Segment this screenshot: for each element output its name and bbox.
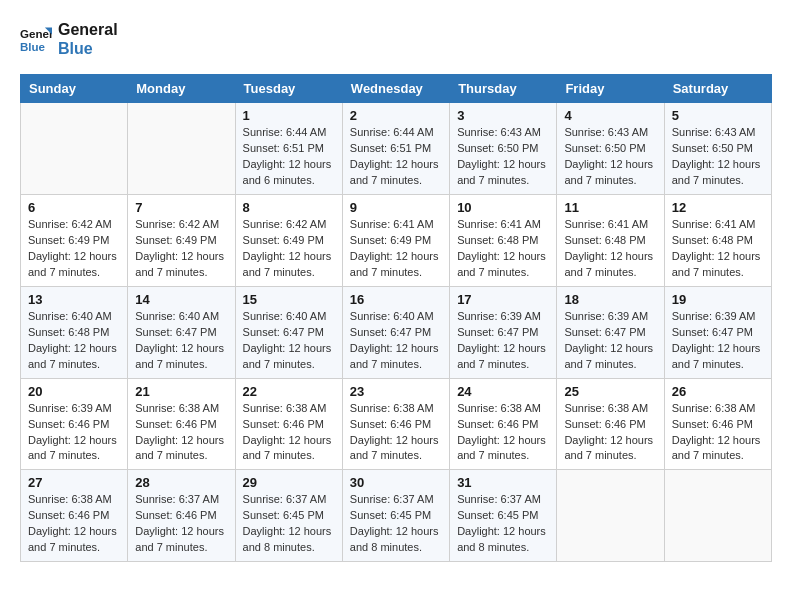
weekday-header-row: SundayMondayTuesdayWednesdayThursdayFrid… <box>21 75 772 103</box>
calendar-cell <box>128 103 235 195</box>
logo-icon: General Blue <box>20 25 52 53</box>
calendar-cell <box>664 470 771 562</box>
calendar-table: SundayMondayTuesdayWednesdayThursdayFrid… <box>20 74 772 562</box>
day-number: 23 <box>350 384 442 399</box>
day-info: Sunrise: 6:42 AM Sunset: 6:49 PM Dayligh… <box>28 217 120 281</box>
page-header: General Blue General Blue <box>20 20 772 58</box>
day-info: Sunrise: 6:44 AM Sunset: 6:51 PM Dayligh… <box>243 125 335 189</box>
day-info: Sunrise: 6:39 AM Sunset: 6:47 PM Dayligh… <box>672 309 764 373</box>
calendar-cell: 8Sunrise: 6:42 AM Sunset: 6:49 PM Daylig… <box>235 195 342 287</box>
day-number: 19 <box>672 292 764 307</box>
day-number: 14 <box>135 292 227 307</box>
calendar-cell: 31Sunrise: 6:37 AM Sunset: 6:45 PM Dayli… <box>450 470 557 562</box>
day-number: 29 <box>243 475 335 490</box>
day-info: Sunrise: 6:38 AM Sunset: 6:46 PM Dayligh… <box>135 401 227 465</box>
day-number: 25 <box>564 384 656 399</box>
day-number: 1 <box>243 108 335 123</box>
calendar-week-row: 27Sunrise: 6:38 AM Sunset: 6:46 PM Dayli… <box>21 470 772 562</box>
day-info: Sunrise: 6:41 AM Sunset: 6:48 PM Dayligh… <box>564 217 656 281</box>
calendar-cell: 29Sunrise: 6:37 AM Sunset: 6:45 PM Dayli… <box>235 470 342 562</box>
day-info: Sunrise: 6:41 AM Sunset: 6:49 PM Dayligh… <box>350 217 442 281</box>
day-number: 20 <box>28 384 120 399</box>
day-number: 30 <box>350 475 442 490</box>
day-info: Sunrise: 6:39 AM Sunset: 6:47 PM Dayligh… <box>457 309 549 373</box>
calendar-cell: 18Sunrise: 6:39 AM Sunset: 6:47 PM Dayli… <box>557 286 664 378</box>
day-info: Sunrise: 6:43 AM Sunset: 6:50 PM Dayligh… <box>564 125 656 189</box>
logo-general: General <box>58 20 118 39</box>
calendar-week-row: 1Sunrise: 6:44 AM Sunset: 6:51 PM Daylig… <box>21 103 772 195</box>
day-number: 4 <box>564 108 656 123</box>
day-number: 13 <box>28 292 120 307</box>
day-info: Sunrise: 6:37 AM Sunset: 6:46 PM Dayligh… <box>135 492 227 556</box>
calendar-cell: 22Sunrise: 6:38 AM Sunset: 6:46 PM Dayli… <box>235 378 342 470</box>
calendar-cell: 12Sunrise: 6:41 AM Sunset: 6:48 PM Dayli… <box>664 195 771 287</box>
day-number: 3 <box>457 108 549 123</box>
calendar-cell: 9Sunrise: 6:41 AM Sunset: 6:49 PM Daylig… <box>342 195 449 287</box>
day-number: 16 <box>350 292 442 307</box>
calendar-cell: 24Sunrise: 6:38 AM Sunset: 6:46 PM Dayli… <box>450 378 557 470</box>
svg-text:Blue: Blue <box>20 41 46 53</box>
day-number: 28 <box>135 475 227 490</box>
day-info: Sunrise: 6:37 AM Sunset: 6:45 PM Dayligh… <box>350 492 442 556</box>
calendar-cell: 14Sunrise: 6:40 AM Sunset: 6:47 PM Dayli… <box>128 286 235 378</box>
calendar-cell: 17Sunrise: 6:39 AM Sunset: 6:47 PM Dayli… <box>450 286 557 378</box>
calendar-week-row: 6Sunrise: 6:42 AM Sunset: 6:49 PM Daylig… <box>21 195 772 287</box>
day-info: Sunrise: 6:40 AM Sunset: 6:48 PM Dayligh… <box>28 309 120 373</box>
weekday-header: Friday <box>557 75 664 103</box>
day-info: Sunrise: 6:43 AM Sunset: 6:50 PM Dayligh… <box>672 125 764 189</box>
day-info: Sunrise: 6:43 AM Sunset: 6:50 PM Dayligh… <box>457 125 549 189</box>
day-info: Sunrise: 6:39 AM Sunset: 6:46 PM Dayligh… <box>28 401 120 465</box>
day-info: Sunrise: 6:41 AM Sunset: 6:48 PM Dayligh… <box>672 217 764 281</box>
calendar-cell: 21Sunrise: 6:38 AM Sunset: 6:46 PM Dayli… <box>128 378 235 470</box>
day-number: 2 <box>350 108 442 123</box>
day-info: Sunrise: 6:38 AM Sunset: 6:46 PM Dayligh… <box>564 401 656 465</box>
day-number: 8 <box>243 200 335 215</box>
day-info: Sunrise: 6:39 AM Sunset: 6:47 PM Dayligh… <box>564 309 656 373</box>
day-info: Sunrise: 6:40 AM Sunset: 6:47 PM Dayligh… <box>350 309 442 373</box>
weekday-header: Saturday <box>664 75 771 103</box>
weekday-header: Wednesday <box>342 75 449 103</box>
day-info: Sunrise: 6:38 AM Sunset: 6:46 PM Dayligh… <box>350 401 442 465</box>
day-info: Sunrise: 6:40 AM Sunset: 6:47 PM Dayligh… <box>243 309 335 373</box>
day-number: 12 <box>672 200 764 215</box>
day-number: 26 <box>672 384 764 399</box>
day-info: Sunrise: 6:38 AM Sunset: 6:46 PM Dayligh… <box>457 401 549 465</box>
calendar-cell: 7Sunrise: 6:42 AM Sunset: 6:49 PM Daylig… <box>128 195 235 287</box>
day-number: 6 <box>28 200 120 215</box>
day-info: Sunrise: 6:37 AM Sunset: 6:45 PM Dayligh… <box>243 492 335 556</box>
day-number: 17 <box>457 292 549 307</box>
calendar-cell: 25Sunrise: 6:38 AM Sunset: 6:46 PM Dayli… <box>557 378 664 470</box>
day-number: 11 <box>564 200 656 215</box>
day-info: Sunrise: 6:38 AM Sunset: 6:46 PM Dayligh… <box>672 401 764 465</box>
calendar-cell: 4Sunrise: 6:43 AM Sunset: 6:50 PM Daylig… <box>557 103 664 195</box>
calendar-cell: 3Sunrise: 6:43 AM Sunset: 6:50 PM Daylig… <box>450 103 557 195</box>
calendar-cell: 1Sunrise: 6:44 AM Sunset: 6:51 PM Daylig… <box>235 103 342 195</box>
day-number: 9 <box>350 200 442 215</box>
day-number: 24 <box>457 384 549 399</box>
calendar-cell: 23Sunrise: 6:38 AM Sunset: 6:46 PM Dayli… <box>342 378 449 470</box>
weekday-header: Sunday <box>21 75 128 103</box>
day-info: Sunrise: 6:37 AM Sunset: 6:45 PM Dayligh… <box>457 492 549 556</box>
day-info: Sunrise: 6:40 AM Sunset: 6:47 PM Dayligh… <box>135 309 227 373</box>
calendar-cell: 2Sunrise: 6:44 AM Sunset: 6:51 PM Daylig… <box>342 103 449 195</box>
day-info: Sunrise: 6:42 AM Sunset: 6:49 PM Dayligh… <box>243 217 335 281</box>
calendar-cell: 19Sunrise: 6:39 AM Sunset: 6:47 PM Dayli… <box>664 286 771 378</box>
day-number: 27 <box>28 475 120 490</box>
calendar-cell <box>21 103 128 195</box>
day-info: Sunrise: 6:41 AM Sunset: 6:48 PM Dayligh… <box>457 217 549 281</box>
day-number: 31 <box>457 475 549 490</box>
calendar-cell: 27Sunrise: 6:38 AM Sunset: 6:46 PM Dayli… <box>21 470 128 562</box>
day-info: Sunrise: 6:44 AM Sunset: 6:51 PM Dayligh… <box>350 125 442 189</box>
calendar-cell: 28Sunrise: 6:37 AM Sunset: 6:46 PM Dayli… <box>128 470 235 562</box>
calendar-cell: 10Sunrise: 6:41 AM Sunset: 6:48 PM Dayli… <box>450 195 557 287</box>
day-number: 21 <box>135 384 227 399</box>
day-number: 18 <box>564 292 656 307</box>
weekday-header: Thursday <box>450 75 557 103</box>
calendar-cell: 30Sunrise: 6:37 AM Sunset: 6:45 PM Dayli… <box>342 470 449 562</box>
calendar-cell: 5Sunrise: 6:43 AM Sunset: 6:50 PM Daylig… <box>664 103 771 195</box>
day-number: 10 <box>457 200 549 215</box>
calendar-cell: 11Sunrise: 6:41 AM Sunset: 6:48 PM Dayli… <box>557 195 664 287</box>
calendar-cell: 13Sunrise: 6:40 AM Sunset: 6:48 PM Dayli… <box>21 286 128 378</box>
weekday-header: Tuesday <box>235 75 342 103</box>
weekday-header: Monday <box>128 75 235 103</box>
